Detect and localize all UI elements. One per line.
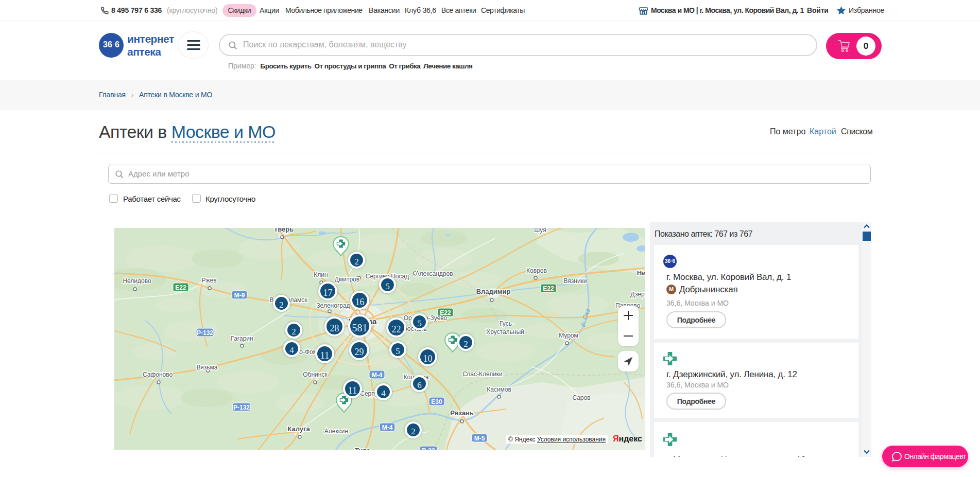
svg-text:Гусь-: Гусь- bbox=[500, 320, 514, 327]
svg-text:Клин: Клин bbox=[314, 271, 328, 278]
svg-text:Спас-Клепики: Спас-Клепики bbox=[462, 370, 503, 378]
svg-text:Нелидово: Нелидово bbox=[123, 277, 151, 285]
svg-text:Александров: Александров bbox=[415, 270, 453, 277]
svg-text:М-5: М-5 bbox=[474, 435, 485, 442]
svg-text:Дмитров: Дмитров bbox=[335, 276, 359, 283]
svg-text:Вязьма: Вязьма bbox=[196, 364, 217, 371]
svg-text:Тула: Тула bbox=[355, 447, 371, 450]
svg-text:Муром: Муром bbox=[559, 332, 578, 339]
svg-text:Обнинск: Обнинск bbox=[303, 371, 328, 378]
svg-text:E30: E30 bbox=[431, 398, 442, 405]
svg-text:Саров: Саров bbox=[572, 394, 590, 401]
svg-text:Сафоново: Сафоново bbox=[143, 371, 173, 378]
svg-text:Шуя: Шуя bbox=[534, 228, 546, 234]
svg-text:Р-132: Р-132 bbox=[197, 329, 213, 337]
svg-text:Дзерж: Дзерж bbox=[630, 291, 645, 298]
svg-text:Р-22: Р-22 bbox=[422, 447, 435, 450]
svg-text:Ржев: Ржев bbox=[201, 277, 216, 284]
svg-text:Владимир: Владимир bbox=[476, 288, 511, 295]
svg-text:М-4: М-4 bbox=[372, 372, 383, 379]
svg-text:Хрустальный: Хрустальный bbox=[486, 328, 524, 335]
svg-text:Рязань: Рязань bbox=[450, 409, 473, 417]
svg-text:Ниж: Ниж bbox=[637, 269, 645, 277]
svg-text:Касимов: Касимов bbox=[487, 386, 511, 393]
svg-text:Р-132: Р-132 bbox=[233, 404, 250, 411]
svg-text:Гагарин: Гагарин bbox=[231, 335, 253, 342]
svg-text:М-9: М-9 bbox=[234, 292, 245, 299]
svg-text:E22: E22 bbox=[175, 284, 186, 291]
svg-text:E22: E22 bbox=[543, 285, 554, 292]
svg-text:Вязники: Вязники bbox=[563, 277, 587, 285]
svg-text:Алексин: Алексин bbox=[324, 428, 348, 435]
svg-text:Зеленоград: Зеленоград bbox=[316, 302, 350, 309]
svg-text:М-4: М-4 bbox=[382, 424, 393, 431]
svg-text:Ковров: Ковров bbox=[526, 267, 547, 274]
svg-text:Калуга: Калуга bbox=[287, 425, 310, 433]
svg-text:Тверь: Тверь bbox=[274, 228, 294, 233]
